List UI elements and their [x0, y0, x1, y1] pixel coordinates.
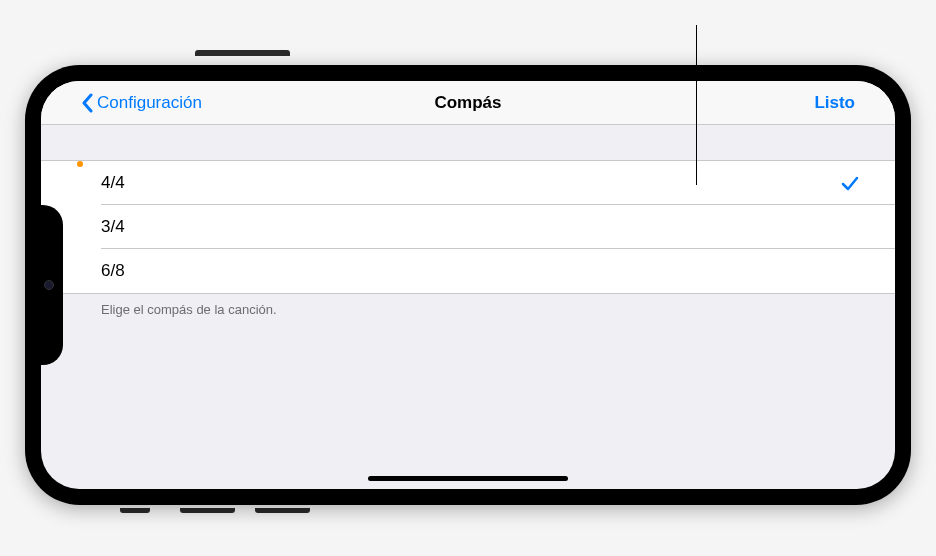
phone-frame: Configuración Compás Listo 4/4 — [25, 65, 911, 505]
front-camera — [44, 280, 54, 290]
callout-line — [696, 25, 697, 185]
notch — [35, 205, 63, 365]
list-item-6-8[interactable]: 6/8 — [41, 249, 895, 293]
back-label: Configuración — [97, 93, 202, 113]
phone-body: Configuración Compás Listo 4/4 — [37, 77, 899, 493]
option-label: 4/4 — [101, 173, 125, 193]
content-area: 4/4 3/4 6/8 — [41, 125, 895, 317]
back-button[interactable]: Configuración — [81, 93, 202, 113]
nav-bar: Configuración Compás Listo — [41, 81, 895, 125]
page-title: Compás — [434, 93, 501, 113]
recording-indicator-dot — [77, 161, 83, 167]
phone-side-button-vol-down — [255, 508, 310, 513]
footer-hint: Elige el compás de la canción. — [41, 294, 895, 317]
phone-side-button-mute — [120, 508, 150, 513]
phone-side-button-top — [195, 50, 290, 56]
option-label: 6/8 — [101, 261, 125, 281]
option-label: 3/4 — [101, 217, 125, 237]
list-item-3-4[interactable]: 3/4 — [41, 205, 895, 249]
done-button[interactable]: Listo — [814, 93, 855, 113]
screen: Configuración Compás Listo 4/4 — [41, 81, 895, 489]
phone-side-button-vol-up — [180, 508, 235, 513]
checkmark-icon — [841, 174, 859, 192]
chevron-back-icon — [81, 93, 93, 113]
time-signature-list: 4/4 3/4 6/8 — [41, 160, 895, 294]
home-indicator[interactable] — [368, 476, 568, 481]
list-item-4-4[interactable]: 4/4 — [41, 161, 895, 205]
